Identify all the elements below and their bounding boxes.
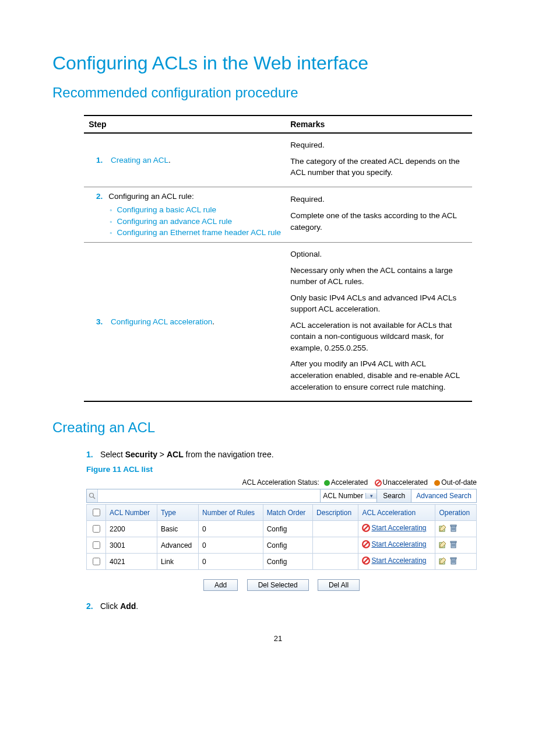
- svg-line-21: [364, 558, 368, 563]
- proc-head-step: Step: [84, 116, 286, 133]
- table-row: 3001Advanced0ConfigStart Accelerating: [87, 537, 477, 554]
- cell-num-rules: 0: [199, 537, 263, 554]
- sublink-ethernet-acl[interactable]: Configuring an Ethernet frame header ACL…: [117, 228, 281, 237]
- proc-row: 3. Configuring ACL acceleration. Optiona…: [84, 242, 472, 401]
- search-button[interactable]: Search: [376, 489, 411, 502]
- add-button[interactable]: Add: [203, 579, 238, 591]
- remark-text: Only basic IPv4 ACLs and advanced IPv4 A…: [290, 292, 467, 315]
- table-row: 2200Basic0ConfigStart Accelerating: [87, 521, 477, 537]
- instr-bold-acl: ACL: [167, 450, 184, 459]
- section-creating-title: Creating an ACL: [52, 419, 504, 436]
- row-checkbox[interactable]: [93, 525, 100, 533]
- svg-line-13: [364, 542, 368, 547]
- page-number: 21: [52, 634, 504, 643]
- delete-icon[interactable]: [449, 556, 458, 565]
- prohibit-icon: [362, 524, 370, 532]
- cell-acl-number: 4021: [106, 554, 157, 570]
- table-row: 4021Link0ConfigStart Accelerating: [87, 554, 477, 570]
- remark-text: Necessary only when the ACL contains a l…: [290, 265, 467, 288]
- col-acl-number[interactable]: ACL Number: [106, 505, 157, 521]
- delete-icon[interactable]: [449, 540, 458, 548]
- sublink-basic-acl[interactable]: Configuring a basic ACL rule: [117, 205, 216, 214]
- cell-description: [313, 554, 358, 570]
- edit-icon[interactable]: [439, 556, 447, 565]
- cell-acl-number: 2200: [106, 521, 157, 537]
- svg-rect-8: [451, 525, 456, 526]
- step-number: 2.: [89, 191, 103, 202]
- instr-bold-add: Add: [120, 601, 136, 611]
- procedure-table: Step Remarks 1. Creating an ACL. Require…: [84, 115, 472, 402]
- instr-mid: >: [157, 450, 167, 459]
- edit-icon[interactable]: [439, 524, 447, 532]
- sublink-advance-acl[interactable]: Configuring an advance ACL rule: [117, 217, 232, 226]
- remark-text: The category of the created ACL depends …: [290, 156, 467, 178]
- svg-point-2: [90, 494, 94, 498]
- proc-row: 2.Configuring an ACL rule: Configuring a…: [84, 187, 472, 242]
- remark-text: Optional.: [290, 249, 467, 260]
- svg-rect-24: [451, 558, 456, 559]
- search-icon: [87, 489, 98, 502]
- instr-prefix: Select: [100, 450, 125, 459]
- status-accelerated: Accelerated: [331, 478, 368, 487]
- cell-description: [313, 521, 358, 537]
- advanced-search-link[interactable]: Advanced Search: [416, 492, 471, 500]
- instruction-step: 2. Click Add.: [86, 601, 504, 611]
- section-procedure-title: Recommended configuration procedure: [52, 85, 504, 101]
- prohibit-icon: [362, 556, 370, 565]
- remark-text: Required.: [290, 194, 467, 205]
- instr-prefix: Click: [100, 601, 120, 611]
- instruction-step: 1. Select Security > ACL from the naviga…: [86, 450, 504, 459]
- col-type[interactable]: Type: [157, 505, 198, 521]
- svg-line-1: [376, 481, 380, 485]
- cell-num-rules: 0: [199, 521, 263, 537]
- step-suffix: .: [168, 156, 171, 164]
- row-checkbox[interactable]: [93, 558, 100, 565]
- search-bar: ACL Number ▾ Search Advanced Search: [86, 489, 477, 503]
- cell-type: Link: [157, 554, 198, 570]
- page-title: Configuring ACLs in the Web interface: [52, 52, 504, 74]
- cell-num-rules: 0: [199, 554, 263, 570]
- cell-description: [313, 537, 358, 554]
- col-num-rules[interactable]: Number of Rules: [199, 505, 263, 521]
- cell-acl-number: 3001: [106, 537, 157, 554]
- start-accelerating-link[interactable]: Start Accelerating: [362, 540, 426, 548]
- del-all-button[interactable]: Del All: [318, 579, 360, 591]
- del-selected-button[interactable]: Del Selected: [247, 579, 309, 591]
- remark-text: After you modify an IPv4 ACL with ACL ac…: [290, 358, 467, 393]
- prohibit-icon: [362, 540, 370, 548]
- dot-outofdate-icon: [434, 480, 440, 486]
- step-number: 1.: [89, 155, 103, 166]
- start-accelerating-link[interactable]: Start Accelerating: [362, 524, 426, 532]
- step-link-creating-acl[interactable]: Creating an ACL: [111, 156, 168, 164]
- remark-text: Complete one of the tasks according to t…: [290, 210, 467, 233]
- acl-table: ACL Number Type Number of Rules Match Or…: [86, 504, 477, 570]
- status-outofdate: Out-of-date: [441, 478, 477, 487]
- col-description[interactable]: Description: [313, 505, 358, 521]
- col-match-order[interactable]: Match Order: [263, 505, 312, 521]
- delete-icon[interactable]: [449, 524, 458, 532]
- dot-unaccelerated-icon: [375, 480, 382, 487]
- instr-number: 2.: [86, 601, 98, 611]
- step-intro: Configuring an ACL rule:: [108, 192, 194, 201]
- cell-match-order: Config: [263, 521, 312, 537]
- cell-match-order: Config: [263, 554, 312, 570]
- search-field-combo[interactable]: ACL Number ▾: [320, 489, 376, 502]
- remark-text: ACL acceleration is not available for AC…: [290, 320, 467, 354]
- start-accelerating-link[interactable]: Start Accelerating: [362, 556, 426, 565]
- instr-number: 1.: [86, 450, 98, 459]
- step-number: 3.: [89, 316, 103, 328]
- select-all-checkbox[interactable]: [93, 509, 100, 516]
- dot-accelerated-icon: [324, 480, 330, 486]
- step-link-acl-acceleration[interactable]: Configuring ACL acceleration: [111, 317, 212, 326]
- search-input[interactable]: [98, 489, 320, 502]
- row-checkbox[interactable]: [93, 541, 100, 549]
- edit-icon[interactable]: [439, 540, 447, 548]
- step-suffix: .: [212, 317, 214, 326]
- instr-suffix: .: [136, 601, 138, 611]
- accel-status-legend: ACL Acceleration Status:Accelerated Unac…: [86, 478, 477, 487]
- cell-match-order: Config: [263, 537, 312, 554]
- status-label: ACL Acceleration Status:: [242, 478, 319, 487]
- instr-bold-security: Security: [125, 450, 157, 459]
- status-unaccelerated: Unaccelerated: [383, 478, 428, 487]
- instr-suffix: from the navigation tree.: [184, 450, 274, 459]
